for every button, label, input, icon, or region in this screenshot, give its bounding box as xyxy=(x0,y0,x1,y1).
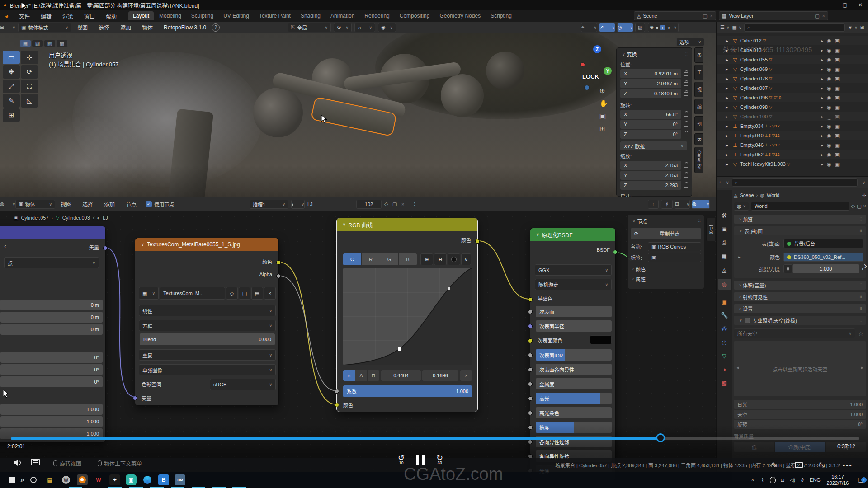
subtitle-screen-button[interactable] xyxy=(31,459,40,465)
image-node-header[interactable]: ∨TexturesCom_MetalBare0055_1_S.jpg xyxy=(135,238,278,251)
sky-panel-header[interactable]: ∨专业照明:天空(终极)⠿ xyxy=(734,316,866,325)
sky-preview-box[interactable]: ◂ ▸ 点击以重新同步活动天空 xyxy=(734,341,866,396)
workspace-tab-rendering[interactable]: Rendering xyxy=(360,11,394,20)
workspace-tab-modeling[interactable]: Modeling xyxy=(155,11,186,20)
npanel-tab-b[interactable]: B xyxy=(694,133,703,145)
rot-y-lock-icon[interactable] xyxy=(684,123,688,127)
npanel-tab-item[interactable]: 条 xyxy=(694,47,703,63)
view-layer-selector[interactable]: ▦ View Layer ▢ × xyxy=(719,11,828,20)
outliner-display-mode-icon[interactable]: ▦∨ xyxy=(732,24,741,30)
dark-app-icon[interactable]: ✦ xyxy=(109,474,120,485)
image-browse-icon[interactable]: ▦∨ xyxy=(139,287,159,300)
channel-b-button[interactable]: B xyxy=(399,253,417,265)
volume-button[interactable] xyxy=(14,459,23,467)
retopoflow-menu[interactable]: RetopoFlow 3.1.0 xyxy=(158,24,212,31)
rot-z-lock-icon[interactable] xyxy=(684,133,688,136)
sky-rotation-slider[interactable]: 旋转0° xyxy=(734,420,866,429)
tab-data[interactable]: ▽ xyxy=(718,350,731,361)
image-unlink-icon[interactable]: × xyxy=(264,287,276,300)
curve-zoom-in-icon[interactable]: ⊕ xyxy=(420,253,433,265)
fac-slider[interactable]: 系数1.000 xyxy=(343,385,472,397)
workspace-tab-texturepaint[interactable]: Texture Paint xyxy=(255,11,295,20)
bsdf-node-header[interactable]: ∨原理化BSDF xyxy=(530,228,615,241)
sky-enable-checkbox[interactable] xyxy=(745,318,750,323)
tab-physics[interactable]: ◴ xyxy=(718,337,731,347)
camera-view-icon[interactable]: ▣ xyxy=(599,112,608,120)
mapping-rot-y[interactable]: 0° xyxy=(0,364,103,375)
viewport-3d[interactable]: ▦ ▧ ▨ ▩ 用户透视 (1) 场景集合 | Cylinder.057 ▭ ⊹… xyxy=(0,33,716,197)
sky-preset-dropdown[interactable]: 所有天空∨ xyxy=(734,328,855,338)
sky-favorite-star-icon[interactable]: ☆ xyxy=(855,330,866,337)
tray-ime-icon[interactable]: ∂ xyxy=(797,477,807,483)
strength-animate-dot[interactable]: • xyxy=(862,266,863,272)
show-gizmo-dropdown[interactable]: ⌖∨ xyxy=(581,23,597,32)
workspace-tab-shading[interactable]: Shading xyxy=(296,11,325,20)
bsdf-subsurface-aniso-socket[interactable] xyxy=(528,367,533,372)
menu-render[interactable]: 渲染 xyxy=(57,12,79,20)
surface-value-dropdown[interactable]: 背景/后台 xyxy=(783,239,863,248)
tray-mic-icon[interactable]: ⌇ xyxy=(758,477,768,483)
menu-file[interactable]: 文件 xyxy=(14,12,35,20)
new-collection-icon[interactable]: ⊞ xyxy=(860,24,864,30)
shading-rendered-icon[interactable]: ◑ xyxy=(667,25,670,30)
image-extension-dropdown[interactable]: 重复∨ xyxy=(139,349,276,361)
world-fake-user-icon[interactable]: ◇ xyxy=(851,203,855,209)
curves-color-out-socket[interactable] xyxy=(475,239,480,244)
view-layer-remove-icon[interactable]: × xyxy=(822,13,825,19)
rotation-mode-dropdown[interactable]: XYZ 欧拉∨ xyxy=(620,141,687,150)
tool-cursor[interactable]: ⊹ xyxy=(21,51,38,64)
tab-output[interactable]: ⎙ xyxy=(718,237,731,248)
tab-render[interactable]: ▣ xyxy=(718,224,731,235)
zoom-view-icon[interactable]: ⊕ xyxy=(599,87,608,95)
vp-menu-select[interactable]: 选择 xyxy=(93,23,115,31)
tool-add-cube[interactable]: ⊞ xyxy=(3,108,20,122)
select-invert-icon[interactable]: ▩ xyxy=(56,40,68,47)
mapping-type-dropdown[interactable]: 点∨ xyxy=(4,257,99,268)
gizmo-y-axis[interactable]: Y xyxy=(604,67,612,75)
vp-menu-object[interactable]: 物体 xyxy=(137,23,158,31)
bsdf-sss-method-dropdown[interactable]: 随机游走∨ xyxy=(535,279,612,290)
tab-texture[interactable]: ▩ xyxy=(718,377,731,388)
bsdf-subsurface-color-swatch[interactable] xyxy=(590,335,612,344)
surface-panel-header[interactable]: ∨表(曲)面⠿ xyxy=(734,226,866,235)
world-color-value[interactable]: DS360_050_v02_Ref... xyxy=(783,253,863,262)
rot-z-field[interactable]: Z0° xyxy=(620,130,681,139)
view-layer-copy-icon[interactable]: ▢ xyxy=(815,13,819,19)
tab-material[interactable]: ◑ xyxy=(718,364,731,375)
image-open-folder-icon[interactable]: ▤ xyxy=(251,287,263,300)
mapping-node-header[interactable] xyxy=(0,226,105,239)
world-datablock-name[interactable]: World xyxy=(751,202,849,211)
fullscreen-resize-icon[interactable]: ⤡ xyxy=(819,461,825,469)
npanel-tab-curveba[interactable]: Curve Ba xyxy=(694,147,703,173)
loc-x-field[interactable]: X0.92911 m xyxy=(620,69,681,78)
tab-world-active[interactable]: ◍ xyxy=(718,279,731,290)
point-x-value[interactable]: 0.4404 xyxy=(381,370,421,381)
bsdf-specular-tint-socket[interactable] xyxy=(528,411,533,415)
world-copy-icon[interactable]: ▢ xyxy=(857,203,861,209)
video-progress-track[interactable] xyxy=(11,437,859,440)
bsdf-base-color-socket[interactable] xyxy=(528,297,533,302)
sun-strength-slider[interactable]: 日光1.000 xyxy=(734,400,866,409)
bsdf-subsurface-ior-socket[interactable] xyxy=(528,353,533,357)
shading-material-icon[interactable]: ◐ xyxy=(660,25,665,30)
handle-auto-clamp-icon[interactable]: ⊓ xyxy=(368,370,379,381)
bsdf-out-socket[interactable] xyxy=(613,250,618,254)
workspace-tab-layout[interactable]: Layout xyxy=(128,11,154,20)
edge-browser-icon[interactable] xyxy=(142,474,153,485)
screenshot-frame-icon[interactable] xyxy=(795,462,803,468)
outliner-search-input[interactable]: ⌕ xyxy=(744,23,845,32)
mapping-scale-y[interactable]: 1.000 xyxy=(0,416,103,427)
properties-editor-icon[interactable]: ≔∨ xyxy=(719,179,729,185)
strength-socket-icon[interactable] xyxy=(783,264,793,273)
skip-forward-button[interactable]: ↻30 xyxy=(436,455,443,465)
cortana-icon[interactable] xyxy=(28,474,39,485)
world-unlink-icon[interactable]: × xyxy=(863,203,866,209)
shader-editor[interactable]: ◍∨ ▣物体∨ 视图 选择 添加 节点 ✓ 使用节点 插槽1∨ ◐∨ LJ 10… xyxy=(0,197,716,488)
tool-rotate[interactable]: ⟳ xyxy=(21,65,38,79)
blue-b-app-icon[interactable]: B xyxy=(158,474,169,485)
annotate-pencil-icon[interactable]: ✎ xyxy=(771,461,777,469)
pause-button[interactable] xyxy=(416,455,425,465)
pivot-point-dropdown[interactable]: ⊙∨ xyxy=(334,23,352,32)
image-fake-user-icon[interactable]: ◇ xyxy=(226,287,238,300)
ray-visibility-panel-header[interactable]: ›射线可见性⠿ xyxy=(734,292,866,301)
